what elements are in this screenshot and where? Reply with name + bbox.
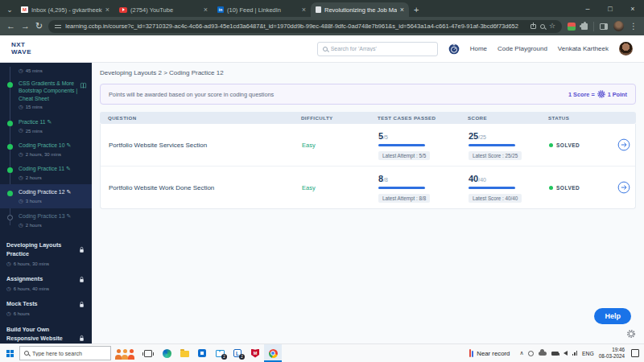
tray-chevron-up-icon[interactable]: ∧: [519, 350, 523, 356]
extensions-puzzle-icon[interactable]: [581, 23, 588, 30]
network-icon[interactable]: [572, 351, 578, 356]
share-icon[interactable]: [530, 24, 536, 29]
task-view-icon[interactable]: [144, 350, 152, 357]
reload-button[interactable]: ↻: [35, 22, 43, 31]
settings-gear-icon[interactable]: [626, 329, 636, 339]
table-row[interactable]: Portfolio Website Work Done Section Easy…: [101, 167, 635, 208]
help-button[interactable]: Help: [594, 308, 631, 324]
tab-linkedin[interactable]: (10) Feed | LinkedIn ×: [213, 2, 311, 17]
tab-title: (2754) YouTube: [130, 6, 200, 14]
app-header: NXT WAVE Home Code Playground Venkata Ka…: [0, 35, 644, 63]
sidebar-item-css-gradients[interactable]: CSS Gradients & More Bootstrap Component…: [0, 76, 92, 114]
new-tab-button[interactable]: +: [414, 5, 419, 14]
sidebar-item-practice-11[interactable]: Practice 11✎ ◷ 25 mins: [0, 114, 92, 138]
language-indicator[interactable]: ENG: [582, 351, 594, 356]
onedrive-cloud-icon[interactable]: [539, 352, 547, 356]
window-controls: – □ ×: [576, 0, 644, 17]
sidebar-item-coding-practice-11[interactable]: Coding Practice 11✎ ◷ 2 hours: [0, 161, 92, 184]
url-text[interactable]: learning.ccbp.in/course?c_id=32710329-ac…: [65, 23, 526, 30]
close-tab-icon[interactable]: ×: [400, 6, 404, 14]
browser-profile-avatar[interactable]: [613, 21, 624, 31]
volume-icon[interactable]: [564, 351, 568, 356]
streak-timer-icon[interactable]: [448, 43, 460, 55]
bookmark-star-icon[interactable]: ☆: [549, 23, 555, 30]
maximize-button[interactable]: □: [599, 0, 621, 17]
weather-widget[interactable]: Near record: [469, 349, 510, 357]
score-cell: 25/25 Latest Score : 25/25: [469, 129, 549, 161]
minimize-button[interactable]: –: [576, 0, 599, 17]
edit-pencil-icon: ✎: [66, 166, 71, 171]
time-text: 19:46: [599, 347, 625, 354]
taskbar-store[interactable]: [193, 344, 211, 362]
close-window-button[interactable]: ×: [621, 0, 644, 17]
open-question-arrow-icon[interactable]: [617, 181, 630, 194]
course-sidebar: ◷ 45 mins CSS Gradients & More Bootstrap…: [0, 63, 92, 343]
battery-icon[interactable]: [551, 352, 559, 356]
browser-menu-icon[interactable]: ⋮: [630, 22, 638, 31]
browser-toolbar: ← → ↻ learning.ccbp.in/course?c_id=32710…: [0, 17, 644, 35]
difficulty-label: Easy: [302, 184, 378, 191]
start-button[interactable]: [0, 344, 19, 362]
mail-badge: 2: [221, 354, 227, 360]
clock-icon: ◷: [19, 223, 23, 228]
taskbar-edge[interactable]: [158, 344, 175, 362]
sidebar-section-assignments[interactable]: Assignments ◷ 6 hours, 40 mins: [6, 275, 85, 291]
breadcrumb[interactable]: Developing Layouts 2 > Coding Practice 1…: [100, 69, 636, 76]
points-banner: Points will be awarded based on your sco…: [100, 84, 636, 105]
people-icon[interactable]: [115, 347, 134, 360]
book-icon: [80, 82, 87, 89]
edit-pencil-icon: ✎: [66, 142, 71, 148]
user-avatar[interactable]: [619, 42, 633, 56]
sidebar-item-coding-practice-10[interactable]: Coding Practice 10✎ ◷ 2 hours, 30 mins: [0, 138, 92, 161]
table-row[interactable]: Portfolio Website Services Section Easy …: [101, 124, 635, 167]
address-bar[interactable]: learning.ccbp.in/course?c_id=32710329-ac…: [48, 20, 562, 33]
question-title: Portfolio Website Services Section: [109, 142, 302, 149]
table-header: QUESTION DIFFICULTY TEST CASES PASSED SC…: [100, 112, 636, 124]
app-search-box[interactable]: [317, 42, 438, 56]
taskbar-file-explorer[interactable]: [175, 344, 193, 362]
taskbar-l-app[interactable]: 2: [229, 344, 246, 362]
taskbar-clock[interactable]: 19:46 08-03-2024: [599, 347, 625, 360]
side-panel-icon[interactable]: [600, 23, 608, 30]
forward-button[interactable]: →: [21, 22, 30, 31]
adblock-extension-icon[interactable]: [568, 23, 576, 31]
taskbar-mcafee[interactable]: [246, 344, 264, 362]
lesson-timeline: ◷ 45 mins CSS Gradients & More Bootstrap…: [0, 67, 92, 232]
sidebar-section-developing-layouts-practice[interactable]: Developing Layouts Practice ◷ 6 hours, 3…: [6, 241, 85, 266]
tab-active-learning[interactable]: Revolutionizing the Job Market ×: [311, 2, 409, 17]
open-question-arrow-icon[interactable]: [617, 138, 630, 151]
sidebar-item-coding-practice-12[interactable]: Coding Practice 12✎ ◷ 3 hours: [0, 184, 92, 208]
sidebar-section-course-exam[interactable]: Build Your Own Responsive Website Course…: [6, 326, 85, 343]
close-tab-icon[interactable]: ×: [204, 6, 208, 14]
taskbar-search-input[interactable]: [32, 351, 106, 356]
tab-youtube[interactable]: (2754) YouTube ×: [114, 2, 213, 17]
latest-attempt-badge: Latest Attempt : 8/8: [378, 194, 430, 203]
site-settings-icon[interactable]: [55, 25, 61, 28]
zoom-icon[interactable]: [540, 24, 545, 29]
completed-dot-icon: [7, 167, 13, 173]
thermometer-icon: [469, 349, 473, 357]
back-button[interactable]: ←: [6, 22, 15, 31]
update-icon[interactable]: [528, 351, 534, 356]
close-tab-icon[interactable]: ×: [105, 6, 109, 14]
latest-attempt-badge: Latest Attempt : 5/5: [378, 151, 430, 160]
search-input[interactable]: [331, 46, 432, 51]
tab-search-chevron-icon[interactable]: ⌄: [3, 6, 16, 17]
taskbar-mail[interactable]: 2: [211, 344, 229, 362]
score-cell: 40/40 Latest Score : 40/40: [469, 171, 549, 204]
difficulty-label: Easy: [302, 142, 378, 149]
action-center-icon[interactable]: [631, 349, 639, 357]
nxtwave-logo[interactable]: NXT WAVE: [11, 42, 31, 56]
sidebar-item-coding-practice-13[interactable]: Coding Practice 13✎ ◷ 2 hours: [0, 208, 92, 232]
nav-home[interactable]: Home: [470, 45, 487, 52]
nav-code-playground[interactable]: Code Playground: [497, 45, 547, 52]
taskbar-search-box[interactable]: [19, 346, 111, 360]
user-name[interactable]: Venkata Kartheek: [558, 45, 609, 52]
tab-gmail[interactable]: Inbox (4,295) - gvkartheek98@g ×: [16, 2, 114, 17]
tests-passed-cell: 8/8 Latest Attempt : 8/8: [378, 171, 469, 204]
close-tab-icon[interactable]: ×: [302, 6, 306, 14]
sidebar-section-mock-tests[interactable]: Mock Tests ◷ 6 hours: [6, 300, 85, 316]
taskbar-chrome[interactable]: [264, 344, 282, 362]
completed-dot-icon: [7, 121, 13, 126]
gmail-icon: [21, 6, 28, 13]
